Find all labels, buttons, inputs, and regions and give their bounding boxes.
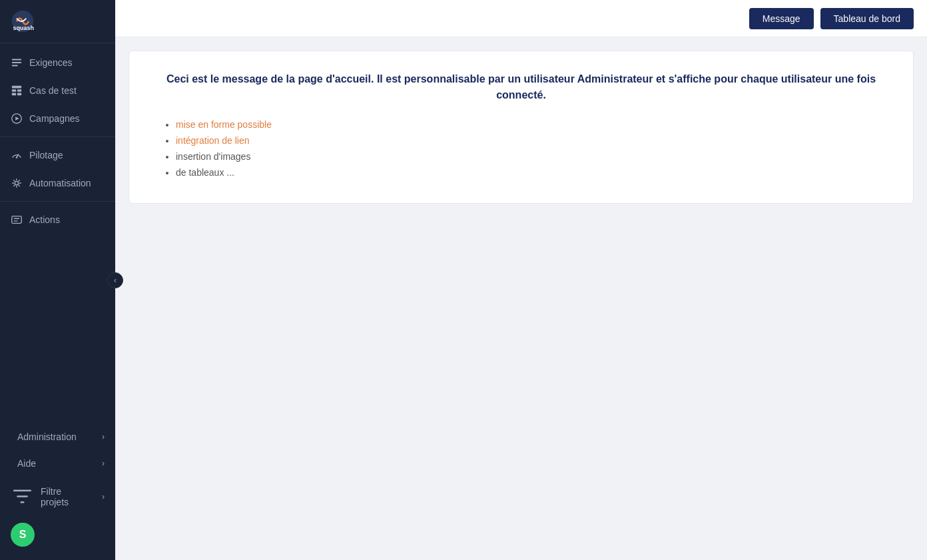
auto-icon [11, 177, 23, 189]
play-icon [11, 113, 23, 125]
sidebar-bottom: Administration › Aide › Filtre projets [0, 423, 115, 560]
filtre-projets-arrow-icon: › [102, 492, 105, 501]
list-item: insertion d'images [176, 151, 886, 162]
sidebar-item-filtre-projets[interactable]: Filtre projets › [0, 477, 115, 516]
svg-rect-9 [17, 93, 21, 96]
svg-point-13 [16, 156, 18, 158]
svg-rect-7 [17, 89, 21, 92]
sidebar-item-exigences[interactable]: Exigences [0, 49, 115, 77]
svg-rect-3 [12, 62, 21, 63]
sidebar-item-actions[interactable]: Actions [0, 206, 115, 234]
list-item: de tableaux ... [176, 167, 886, 178]
sidebar-item-actions-label: Actions [29, 214, 60, 225]
sidebar-item-administration[interactable]: Administration › [0, 423, 115, 450]
filter-icon [11, 485, 34, 508]
sidebar-item-pilotage[interactable]: Pilotage [0, 141, 115, 169]
list-item: mise en forme possible [176, 119, 886, 130]
content-area: Ceci est le message de la page d'accueil… [115, 37, 927, 560]
svg-rect-4 [12, 65, 18, 67]
main-content: Message Tableau de bord Ceci est le mess… [115, 0, 927, 560]
svg-text:squash: squash [13, 25, 35, 31]
message-list-text-4: de tableaux ... [176, 167, 234, 178]
svg-rect-2 [12, 59, 21, 61]
svg-rect-6 [12, 89, 16, 92]
sidebar-item-automatisation-label: Automatisation [29, 178, 91, 188]
message-list-text-3: insertion d'images [176, 151, 250, 162]
nav-divider-2 [0, 201, 115, 202]
nav-divider [0, 137, 115, 137]
list-icon [11, 57, 23, 69]
svg-rect-8 [12, 93, 16, 96]
message-list: mise en forme possible intégration de li… [156, 119, 886, 178]
message-title: Ceci est le message de la page d'accueil… [156, 71, 886, 103]
logo-area: squash [0, 0, 115, 43]
message-card: Ceci est le message de la page d'accueil… [129, 51, 914, 204]
administration-arrow-icon: › [102, 432, 105, 441]
sidebar-collapse-button[interactable]: ‹ [107, 272, 123, 288]
message-list-link-1[interactable]: mise en forme possible [176, 119, 272, 130]
svg-rect-5 [12, 86, 21, 89]
sidebar-item-administration-label: Administration [17, 431, 77, 442]
sidebar-item-aide-label: Aide [17, 458, 36, 469]
list-item: intégration de lien [176, 135, 886, 146]
chevron-left-icon: ‹ [114, 276, 117, 285]
squash-logo-icon: squash [11, 9, 35, 33]
sidebar-item-campagnes[interactable]: Campagnes [0, 105, 115, 133]
sidebar-item-campagnes-label: Campagnes [29, 113, 80, 124]
sidebar-item-exigences-label: Exigences [29, 57, 73, 68]
actions-icon [11, 214, 23, 226]
table-icon [11, 85, 23, 97]
logo[interactable]: squash [11, 9, 105, 33]
header: Message Tableau de bord [115, 0, 927, 37]
svg-marker-11 [15, 117, 19, 120]
sidebar-item-cas-de-test-label: Cas de test [29, 85, 77, 96]
sidebar: squash Exigences Cas de test [0, 0, 115, 560]
svg-point-14 [15, 181, 18, 184]
sidebar-item-cas-de-test[interactable]: Cas de test [0, 77, 115, 105]
user-initial: S [19, 529, 27, 541]
svg-rect-15 [12, 216, 21, 224]
message-list-link-2[interactable]: intégration de lien [176, 135, 250, 146]
sidebar-item-aide[interactable]: Aide › [0, 450, 115, 477]
user-avatar[interactable]: S [11, 523, 35, 547]
nav-items: Exigences Cas de test Campagnes [0, 43, 115, 423]
tableau-de-bord-button[interactable]: Tableau de bord [820, 8, 914, 29]
sidebar-item-automatisation[interactable]: Automatisation [0, 169, 115, 197]
sidebar-item-filtre-projets-label: Filtre projets [41, 486, 69, 507]
aide-arrow-icon: › [102, 459, 105, 468]
message-button[interactable]: Message [749, 8, 814, 29]
sidebar-item-pilotage-label: Pilotage [29, 150, 63, 160]
gauge-icon [11, 149, 23, 161]
